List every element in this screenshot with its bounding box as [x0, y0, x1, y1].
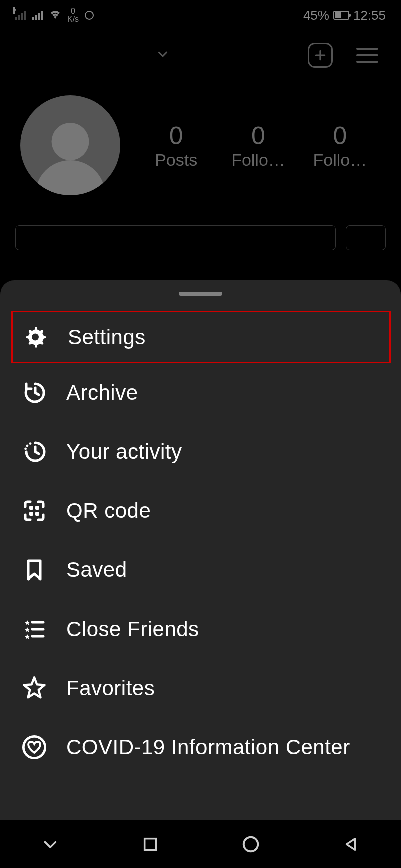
svg-rect-3: [29, 506, 33, 510]
battery-icon: [333, 11, 349, 20]
plus-box-icon: [308, 43, 333, 68]
nav-home-button[interactable]: [238, 832, 263, 857]
svg-rect-8: [145, 838, 156, 850]
svg-point-1: [24, 448, 27, 450]
stat-posts[interactable]: 0 Posts: [139, 121, 214, 170]
nav-recents-button[interactable]: [138, 832, 163, 857]
heart-circle-icon: [21, 734, 47, 760]
edit-profile-button[interactable]: [15, 225, 336, 250]
menu-label: Saved: [66, 558, 127, 582]
android-nav-bar: [0, 820, 401, 868]
menu-item-saved[interactable]: Saved: [0, 540, 401, 600]
menu-label: Archive: [66, 381, 138, 405]
nav-back-button[interactable]: [338, 832, 363, 857]
sheet-drag-handle[interactable]: [179, 292, 222, 296]
nav-dropdown-button[interactable]: [38, 832, 63, 857]
svg-point-2: [29, 442, 32, 445]
qr-icon: [21, 498, 47, 524]
svg-point-7: [23, 736, 45, 758]
profile-screen: 0 Posts 0 Follo… 0 Follo…: [0, 30, 401, 260]
status-time: 12:55: [353, 8, 386, 23]
wifi-icon: [49, 8, 61, 23]
signal-no-sim-icon: ×: [15, 11, 26, 20]
menu-label: QR code: [66, 499, 151, 523]
menu-label: Your activity: [66, 440, 182, 464]
chevron-down-icon: [155, 47, 170, 64]
menu-sheet: Settings Archive Your activity QR code S…: [0, 280, 401, 820]
avatar[interactable]: [20, 95, 120, 195]
signal-bars-icon: [32, 11, 43, 20]
svg-point-9: [244, 837, 258, 851]
profile-stats: 0 Posts 0 Follo… 0 Follo…: [135, 121, 381, 170]
menu-item-favorites[interactable]: Favorites: [0, 659, 401, 718]
menu-button[interactable]: [354, 42, 381, 69]
discover-people-button[interactable]: [346, 225, 386, 250]
svg-rect-5: [29, 512, 33, 516]
status-left: × 0 K/s: [15, 7, 94, 23]
menu-item-qr-code[interactable]: QR code: [0, 481, 401, 540]
stat-followers[interactable]: 0 Follo…: [221, 121, 296, 170]
status-bar: × 0 K/s 45% 12:55: [0, 0, 401, 30]
star-icon: [21, 675, 47, 701]
profile-info: 0 Posts 0 Follo… 0 Follo…: [15, 80, 386, 225]
circle-indicator-icon: [85, 11, 94, 20]
activity-icon: [21, 439, 47, 465]
hamburger-icon: [356, 48, 378, 63]
gear-icon: [23, 324, 49, 350]
status-right: 45% 12:55: [303, 8, 386, 23]
avatar-placeholder-icon: [52, 123, 89, 160]
battery-percent: 45%: [303, 8, 329, 23]
network-speed: 0 K/s: [67, 7, 79, 23]
close-friends-icon: [21, 616, 47, 642]
svg-rect-6: [35, 512, 39, 516]
menu-item-archive[interactable]: Archive: [0, 363, 401, 422]
profile-button-row: [15, 225, 386, 260]
menu-label: Favorites: [66, 676, 155, 700]
stat-following[interactable]: 0 Follo…: [302, 121, 377, 170]
menu-item-activity[interactable]: Your activity: [0, 422, 401, 481]
bookmark-icon: [21, 557, 47, 583]
username-dropdown[interactable]: [20, 47, 170, 64]
menu-label: COVID-19 Information Center: [66, 735, 350, 759]
menu-item-covid-info[interactable]: COVID-19 Information Center: [0, 718, 401, 777]
profile-header: [15, 30, 386, 80]
svg-point-0: [26, 445, 29, 447]
svg-rect-4: [35, 506, 39, 510]
create-button[interactable]: [307, 42, 334, 69]
menu-label: Settings: [68, 325, 146, 349]
menu-label: Close Friends: [66, 617, 199, 641]
history-icon: [21, 380, 47, 406]
menu-item-settings[interactable]: Settings: [11, 311, 391, 363]
menu-item-close-friends[interactable]: Close Friends: [0, 600, 401, 659]
